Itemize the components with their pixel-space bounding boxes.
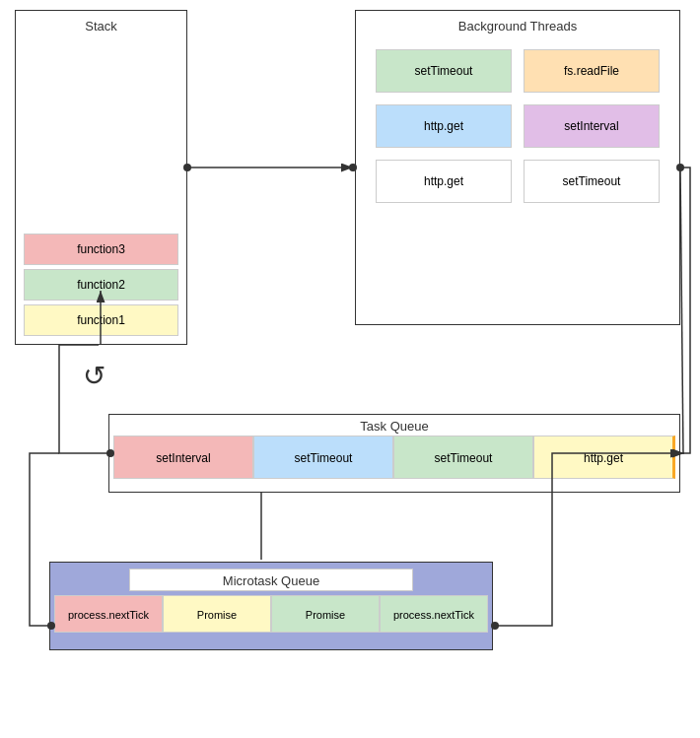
tq-item-settimeout2: setTimeout	[393, 436, 533, 479]
tq-item-httpget: http.get	[533, 436, 675, 479]
stack-item-fn2: function2	[24, 269, 178, 301]
taskqueue-title: Task Queue	[109, 415, 679, 436]
stack-container: Stack function3 function2 function1	[15, 10, 187, 345]
svg-line-5	[680, 168, 683, 453]
microtask-title: Microtask Queue	[129, 569, 413, 591]
mt-item-promise1: Promise	[163, 595, 271, 633]
stack-title: Stack	[16, 11, 186, 39]
stack-item-fn1: function1	[24, 304, 178, 336]
bg-item-settimeout: setTimeout	[376, 49, 512, 93]
bg-item-httpget: http.get	[376, 104, 512, 148]
bg-threads-title: Background Threads	[356, 11, 679, 39]
bg-item-httpget2: http.get	[376, 160, 512, 203]
tq-item-settimeout: setTimeout	[253, 436, 393, 479]
diagram: Stack function3 function2 function1 Back…	[0, 0, 700, 738]
bg-threads-container: Background Threads setTimeout fs.readFil…	[355, 10, 680, 325]
bg-item-settimeout2: setTimeout	[524, 160, 660, 203]
stack-item-fn3: function3	[24, 234, 178, 265]
stack-items: function3 function2 function1	[24, 234, 178, 336]
mt-item-processnexttick2: process.nextTick	[380, 595, 488, 633]
taskqueue-container: Task Queue setInterval setTimeout setTim…	[108, 414, 680, 493]
bg-item-setinterval: setInterval	[524, 104, 660, 148]
bg-item-fsreadfile: fs.readFile	[524, 49, 660, 93]
microtask-container: Microtask Queue process.nextTick Promise…	[49, 562, 493, 650]
microtask-items: process.nextTick Promise Promise process…	[54, 595, 488, 633]
tq-item-setinterval: setInterval	[113, 436, 253, 479]
mt-item-promise2: Promise	[271, 595, 380, 633]
taskqueue-items: setInterval setTimeout setTimeout http.g…	[113, 436, 675, 479]
event-loop-symbol: ↺	[74, 357, 113, 396]
bg-threads-grid: setTimeout fs.readFile http.get setInter…	[356, 39, 679, 213]
mt-item-processnexttick: process.nextTick	[54, 595, 163, 633]
